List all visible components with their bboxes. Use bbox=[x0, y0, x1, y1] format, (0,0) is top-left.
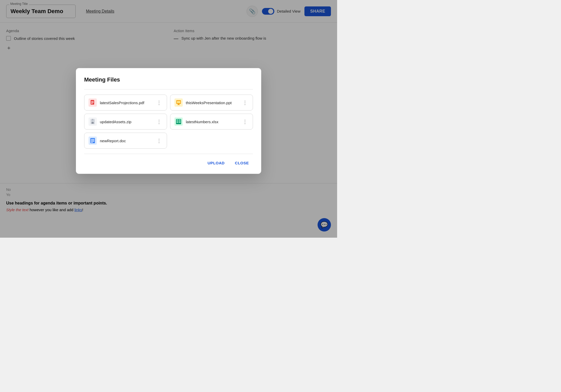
ppt-icon bbox=[174, 99, 183, 107]
svg-rect-22 bbox=[91, 139, 94, 140]
file-name-ppt: thisWeeksPresentation.ppt bbox=[186, 100, 238, 105]
svg-rect-24 bbox=[91, 141, 94, 142]
file-name-xlsx: latestNumbers.xlsx bbox=[186, 119, 238, 124]
svg-rect-2 bbox=[91, 102, 94, 103]
svg-rect-18 bbox=[179, 121, 181, 122]
file-menu-pdf[interactable]: ⋮ bbox=[155, 100, 163, 106]
svg-rect-6 bbox=[178, 104, 179, 105]
svg-rect-19 bbox=[177, 122, 178, 123]
file-item-pdf[interactable]: latestSalesProjections.pdf ⋮ bbox=[84, 95, 167, 111]
close-button[interactable]: CLOSE bbox=[231, 158, 253, 168]
file-item-doc[interactable]: newReport.doc ⋮ bbox=[84, 133, 167, 149]
pdf-icon bbox=[89, 99, 97, 107]
file-item-zip[interactable]: updatedAssets.zip ⋮ bbox=[84, 114, 167, 130]
svg-rect-20 bbox=[179, 122, 181, 123]
svg-rect-15 bbox=[177, 120, 178, 120]
modal-footer-divider bbox=[84, 154, 253, 154]
files-grid: latestSalesProjections.pdf ⋮ thisWeeksPr… bbox=[84, 95, 253, 149]
background-page: Meeting Title Weekly Team Demo Meeting D… bbox=[0, 0, 337, 238]
file-menu-zip[interactable]: ⋮ bbox=[155, 119, 163, 125]
svg-rect-25 bbox=[91, 142, 93, 143]
svg-rect-1 bbox=[91, 101, 94, 102]
svg-rect-10 bbox=[92, 120, 93, 121]
svg-rect-7 bbox=[177, 105, 180, 105]
file-name-zip: updatedAssets.zip bbox=[100, 119, 152, 124]
meeting-files-modal: Meeting Files latestSalesProjections.pdf… bbox=[76, 68, 261, 174]
svg-rect-9 bbox=[92, 119, 93, 120]
svg-rect-5 bbox=[177, 101, 180, 103]
svg-rect-11 bbox=[92, 121, 93, 121]
svg-rect-12 bbox=[92, 122, 93, 122]
file-item-xlsx[interactable]: latestNumbers.xlsx ⋮ bbox=[170, 114, 253, 130]
file-menu-doc[interactable]: ⋮ bbox=[155, 138, 163, 144]
svg-rect-23 bbox=[91, 140, 94, 141]
doc-icon bbox=[89, 137, 97, 145]
file-menu-ppt[interactable]: ⋮ bbox=[241, 100, 249, 106]
file-item-ppt[interactable]: thisWeeksPresentation.ppt ⋮ bbox=[170, 95, 253, 111]
xlsx-icon bbox=[174, 118, 183, 126]
svg-rect-17 bbox=[177, 121, 178, 122]
svg-rect-16 bbox=[179, 120, 181, 120]
svg-rect-13 bbox=[92, 122, 94, 123]
zip-icon bbox=[89, 118, 97, 126]
file-name-pdf: latestSalesProjections.pdf bbox=[100, 100, 152, 105]
upload-button[interactable]: UPLOAD bbox=[203, 158, 229, 168]
svg-rect-3 bbox=[91, 103, 93, 104]
modal-footer: UPLOAD CLOSE bbox=[84, 158, 253, 168]
modal-top-divider bbox=[84, 89, 253, 90]
file-name-doc: newReport.doc bbox=[100, 138, 152, 143]
file-menu-xlsx[interactable]: ⋮ bbox=[241, 119, 249, 125]
modal-title: Meeting Files bbox=[84, 76, 253, 83]
